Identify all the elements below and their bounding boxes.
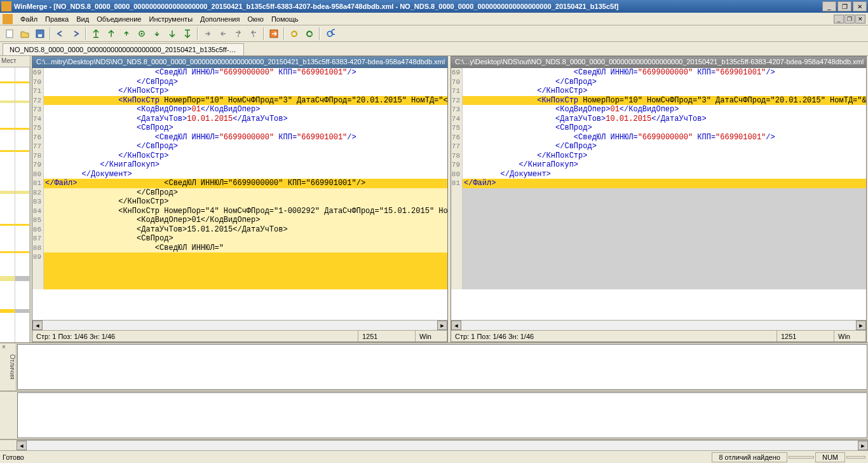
- code-line[interactable]: 81</Файл>: [451, 179, 866, 188]
- menu-window[interactable]: Окно: [243, 14, 268, 24]
- open-icon[interactable]: [18, 27, 32, 41]
- refresh-left-icon[interactable]: [287, 27, 301, 41]
- code-line[interactable]: 71 </КнПокСтр>: [32, 86, 447, 96]
- code-line[interactable]: [451, 234, 866, 244]
- code-line[interactable]: 78 </КнПокСтр>: [32, 151, 447, 161]
- code-line[interactable]: 70 </СвПрод>: [451, 78, 866, 87]
- menu-tools[interactable]: Инструменты: [145, 14, 196, 24]
- maximize-button[interactable]: ❐: [837, 1, 851, 11]
- copy-right-icon[interactable]: [201, 27, 215, 41]
- code-line[interactable]: [451, 271, 866, 280]
- code-line[interactable]: [451, 188, 866, 198]
- scroll-left-icon[interactable]: ◄: [32, 321, 43, 330]
- code-line[interactable]: 69 <СведЮЛ ИННЮЛ="6699000000" КПП="66990…: [451, 68, 866, 78]
- menu-file[interactable]: Файл: [17, 14, 41, 24]
- right-pane-header[interactable]: C:\...y\Desktop\NDS\out\NO_NDS.8_0000_00…: [451, 57, 866, 68]
- redo-icon[interactable]: [69, 27, 83, 41]
- code-line[interactable]: 73 <КодВидОпер>01</КодВидОпер>: [451, 105, 866, 114]
- refresh-icon[interactable]: [323, 27, 337, 41]
- code-line[interactable]: 80 </Документ>: [451, 170, 866, 179]
- code-line[interactable]: 74 <ДатаУчТов>10.01.2015</ДатаУчТов>: [451, 114, 866, 124]
- copy-left-icon[interactable]: [216, 27, 230, 41]
- code-line[interactable]: 87 <СвПрод>: [32, 234, 447, 244]
- code-line[interactable]: 75 <СвПрод>: [32, 123, 447, 133]
- code-line[interactable]: 82 </СвПрод>: [32, 188, 447, 198]
- code-line[interactable]: 79 </КнигаПокуп>: [451, 160, 866, 170]
- next-diff-icon[interactable]: [165, 27, 179, 41]
- copy-right-advance-icon[interactable]: [231, 27, 245, 41]
- new-icon[interactable]: [3, 27, 17, 41]
- code-line[interactable]: 78 </КнПокСтр>: [451, 151, 866, 161]
- code-line[interactable]: 69 <СведЮЛ ИННЮЛ="6699000000" КПП="66990…: [32, 68, 447, 78]
- menu-view[interactable]: Вид: [72, 14, 93, 24]
- code-line[interactable]: 89: [32, 252, 447, 262]
- code-line[interactable]: [451, 216, 866, 225]
- location-pane[interactable]: Мест: [0, 56, 31, 342]
- code-line[interactable]: 74 <ДатаУчТов>10.01.2015</ДатаУчТов>: [32, 114, 447, 124]
- close-button[interactable]: ✕: [853, 1, 867, 11]
- code-line[interactable]: [32, 271, 447, 280]
- code-line[interactable]: 80 </Документ>: [32, 170, 447, 179]
- code-line[interactable]: [32, 280, 447, 290]
- code-line[interactable]: [32, 262, 447, 272]
- code-line[interactable]: 79 </КнигаПокуп>: [32, 160, 447, 170]
- code-line[interactable]: 84 <КнПокСтр НомерПор="4" НомСчФПрод="1-…: [32, 207, 447, 216]
- scroll-right-icon[interactable]: ►: [437, 321, 447, 330]
- last-diff-icon[interactable]: [180, 27, 194, 41]
- mdi-close-button[interactable]: ✕: [855, 15, 865, 24]
- left-scrollbar[interactable]: ◄ ►: [32, 320, 447, 330]
- mdi-restore-button[interactable]: ❐: [844, 15, 855, 24]
- code-line[interactable]: 76 <СведЮЛ ИННЮЛ="6699000000" КПП="66990…: [32, 133, 447, 142]
- diff-top-content[interactable]: [17, 344, 867, 390]
- copy-left-advance-icon[interactable]: [247, 27, 261, 41]
- code-line[interactable]: 86 <ДатаУчТов>15.01.2015</ДатаУчТов>: [32, 225, 447, 235]
- scroll-left-icon[interactable]: ◄: [17, 441, 27, 450]
- right-scrollbar[interactable]: ◄ ►: [451, 320, 866, 330]
- save-icon[interactable]: [33, 27, 47, 41]
- document-tab[interactable]: NO_NDS.8_0000_0000_0000000000000000000_2…: [3, 43, 244, 55]
- right-editor[interactable]: 69 <СведЮЛ ИННЮЛ="6699000000" КПП="66990…: [451, 68, 866, 320]
- all-right-icon[interactable]: [267, 27, 281, 41]
- diff-bottom-content[interactable]: [17, 392, 867, 438]
- menu-plugins[interactable]: Дополнения: [196, 14, 243, 24]
- current-diff-icon[interactable]: [135, 27, 149, 41]
- scroll-right-icon[interactable]: ►: [858, 441, 868, 450]
- code-line[interactable]: 70 </СвПрод>: [32, 78, 447, 87]
- menu-merge[interactable]: Объединение: [93, 14, 145, 24]
- code-line[interactable]: 81</Файл> <СведЮЛ ИННЮЛ="6699000000" КПП…: [32, 179, 447, 188]
- code-line[interactable]: [451, 244, 866, 253]
- prev-diff-icon[interactable]: [104, 27, 118, 41]
- code-line[interactable]: 77 </СвПрод>: [32, 142, 447, 151]
- scroll-right-icon[interactable]: ►: [856, 321, 866, 330]
- mdi-minimize-button[interactable]: _: [834, 15, 844, 24]
- next-diff-small-icon[interactable]: [150, 27, 164, 41]
- menu-help[interactable]: Помощь: [268, 14, 302, 24]
- code-line[interactable]: 83 </КнПокСтр>: [32, 197, 447, 207]
- code-line[interactable]: [451, 252, 866, 262]
- code-line[interactable]: 76 <СведЮЛ ИННЮЛ="6699000000" КПП="66990…: [451, 133, 866, 142]
- code-line[interactable]: 71 </КнПокСтр>: [451, 86, 866, 96]
- code-line[interactable]: 72 <КнПокСтр НомерПор="10" НомСчФПрод="3…: [32, 96, 447, 106]
- code-line[interactable]: [451, 262, 866, 272]
- prev-diff-small-icon[interactable]: [119, 27, 133, 41]
- close-diff-top-icon[interactable]: ×: [0, 343, 8, 390]
- refresh-right-icon[interactable]: [302, 27, 316, 41]
- code-line[interactable]: [451, 207, 866, 216]
- diff-scrollbar[interactable]: ◄ ►: [17, 440, 868, 450]
- menu-edit[interactable]: Правка: [41, 14, 72, 24]
- code-line[interactable]: [451, 197, 866, 207]
- code-line[interactable]: 75 <СвПрод>: [451, 123, 866, 133]
- code-line[interactable]: 72 <КнПокСтр НомерПор="10" НомСчФПрод="3…: [451, 96, 866, 106]
- left-pane-header[interactable]: C:\...mitry\Desktop\NDS\NO_NDS.8_0000_00…: [32, 57, 447, 68]
- first-diff-icon[interactable]: [89, 27, 103, 41]
- left-editor[interactable]: 69 <СведЮЛ ИННЮЛ="6699000000" КПП="66990…: [32, 68, 447, 320]
- minimize-button[interactable]: _: [822, 1, 836, 11]
- code-line[interactable]: [451, 225, 866, 235]
- code-line[interactable]: [451, 280, 866, 290]
- code-line[interactable]: 85 <КодВидОпер>01</КодВидОпер>: [32, 216, 447, 225]
- code-line[interactable]: 77 </СвПрод>: [451, 142, 866, 151]
- undo-icon[interactable]: [53, 27, 67, 41]
- code-line[interactable]: 88 <СведЮЛ ИННЮЛ=": [32, 244, 447, 253]
- scroll-left-icon[interactable]: ◄: [451, 321, 461, 330]
- code-line[interactable]: 73 <КодВидОпер>01</КодВидОпер>: [32, 105, 447, 114]
